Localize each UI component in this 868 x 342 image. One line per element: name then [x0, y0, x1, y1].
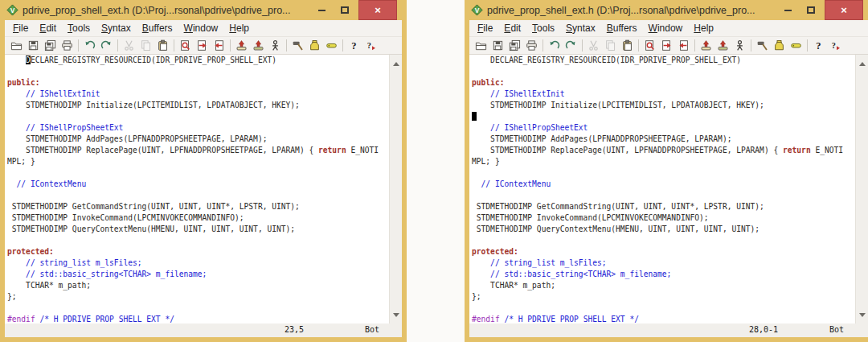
toolbar-open-button[interactable]	[473, 38, 489, 53]
toolbar-paste-button[interactable]	[154, 38, 171, 53]
menu-syntax[interactable]: Syntax	[96, 21, 136, 36]
chevron-down-icon	[859, 313, 866, 317]
code-line	[472, 111, 855, 122]
toolbar-save-all-button[interactable]	[42, 38, 59, 53]
menu-edit[interactable]: Edit	[499, 21, 526, 36]
menu-buffers[interactable]: Buffers	[137, 21, 178, 36]
toolbar-find-prev-button[interactable]	[675, 38, 692, 53]
code-line: protected:	[472, 246, 855, 258]
menu-help[interactable]: Help	[689, 21, 719, 36]
code-line: MPL; }	[472, 156, 855, 167]
toolbar-cut-button[interactable]	[121, 38, 137, 53]
toolbar-save-session-button[interactable]	[714, 38, 731, 53]
toolbar-cut-button[interactable]	[585, 38, 602, 53]
code-line: // IShellPropSheetExt	[7, 122, 389, 134]
code-segment: MPL; }	[7, 157, 35, 166]
code-segment: return	[783, 146, 811, 155]
toolbar-make-button[interactable]	[754, 38, 771, 53]
close-button[interactable]: ×	[358, 0, 397, 20]
toolbar-help-button[interactable]	[810, 38, 827, 53]
toolbar-redo-button[interactable]	[98, 38, 115, 53]
toolbar-find-help-button[interactable]	[362, 38, 379, 53]
code-segment: STDMETHODIMP QueryContextMenu(HMENU, UIN…	[7, 225, 295, 233]
toolbar-make-button[interactable]	[289, 38, 306, 53]
code-line: STDMETHODIMP InvokeCommand(LPCMINVOKECOM…	[7, 212, 389, 224]
code-area[interactable]: DECLARE_REGISTRY_RESOURCEID(IDR_PDRIVE_P…	[469, 55, 855, 323]
minimize-button[interactable]	[778, 0, 797, 20]
find-next-icon	[196, 39, 208, 52]
toolbar-save-all-button[interactable]	[506, 38, 523, 53]
tag-jump-icon	[790, 39, 802, 52]
menu-syntax[interactable]: Syntax	[561, 21, 600, 36]
toolbar-build-tags-button[interactable]	[771, 38, 788, 53]
toolbar-save-session-button[interactable]	[250, 38, 267, 53]
menu-window[interactable]: Window	[179, 21, 223, 36]
menu-tools[interactable]: Tools	[63, 21, 95, 36]
toolbar-run-script-button[interactable]	[267, 38, 284, 53]
toolbar-help-button[interactable]	[346, 38, 362, 53]
save-session-icon	[717, 39, 729, 52]
window-title: pdrive_prop_shell_ext.h (D:\Proj...rsona…	[487, 5, 774, 16]
toolbar-run-script-button[interactable]	[731, 38, 748, 53]
toolbar-save-button[interactable]	[489, 38, 506, 53]
code-line: // IContextMenu	[7, 179, 389, 190]
print-icon	[61, 39, 73, 52]
find-prev-icon	[678, 39, 690, 52]
titlebar: pdrive_prop_shell_ext.h (D:\Proj...rsona…	[469, 0, 868, 20]
code-segment: STDMETHODIMP GetCommandString(UINT, UINT…	[7, 202, 300, 211]
scroll-up-button[interactable]	[856, 58, 868, 69]
toolbar-load-session-button[interactable]	[233, 38, 250, 53]
toolbar-save-button[interactable]	[25, 38, 42, 53]
toolbar-find-prev-button[interactable]	[211, 38, 227, 53]
toolbar-find-help-button[interactable]	[827, 38, 844, 53]
menu-file[interactable]: File	[8, 21, 33, 36]
scrollbar[interactable]	[855, 55, 868, 323]
toolbar-build-tags-button[interactable]	[306, 38, 323, 53]
toolbar-separator	[230, 39, 231, 52]
toolbar-print-button[interactable]	[59, 38, 76, 53]
toolbar-find-button[interactable]	[177, 38, 194, 53]
code-segment: E_NOTI	[811, 146, 843, 155]
menu-file[interactable]: File	[473, 21, 497, 36]
code-line: // std::basic_string<TCHAR> m_filename;	[7, 269, 389, 280]
code-area[interactable]: DECLARE_REGISTRY_RESOURCEID(IDR_PDRIVE_P…	[5, 55, 389, 323]
code-line: STDMETHODIMP QueryContextMenu(HMENU, UIN…	[7, 224, 389, 235]
scroll-down-button[interactable]	[390, 309, 402, 320]
toolbar-find-button[interactable]	[641, 38, 658, 53]
maximize-button[interactable]	[335, 0, 354, 20]
minimize-button[interactable]	[312, 0, 331, 20]
scroll-up-button[interactable]	[390, 58, 402, 69]
code-line: };	[7, 291, 389, 303]
menu-help[interactable]: Help	[224, 21, 254, 36]
toolbar-find-next-button[interactable]	[658, 38, 675, 53]
toolbar-copy-button[interactable]	[602, 38, 619, 53]
code-segment: DECLARE_REGISTRY_RESOURCEID(IDR_PDRIVE_P…	[472, 56, 741, 64]
toolbar-undo-button[interactable]	[546, 38, 563, 53]
code-segment: // string_list m_lsFiles;	[472, 258, 607, 267]
scroll-down-button[interactable]	[856, 309, 868, 320]
menu-tools[interactable]: Tools	[527, 21, 559, 36]
toolbar-tag-jump-button[interactable]	[323, 38, 340, 53]
toolbar-undo-button[interactable]	[81, 38, 98, 53]
toolbar-open-button[interactable]	[8, 38, 25, 53]
toolbar-find-next-button[interactable]	[194, 38, 211, 53]
scrollbar[interactable]	[389, 55, 402, 323]
toolbar-copy-button[interactable]	[137, 38, 154, 53]
code-line: TCHAR* m_path;	[472, 280, 855, 291]
load-session-icon	[235, 39, 248, 52]
toolbar-print-button[interactable]	[523, 38, 540, 53]
toolbar-redo-button[interactable]	[563, 38, 579, 53]
code-segment: #endif	[7, 315, 35, 323]
menu-window[interactable]: Window	[644, 21, 688, 36]
help-icon	[813, 39, 825, 52]
menu-buffers[interactable]: Buffers	[602, 21, 642, 36]
code-segment: TCHAR* m_path;	[7, 281, 91, 290]
maximize-button[interactable]	[801, 0, 821, 20]
menu-edit[interactable]: Edit	[35, 21, 61, 36]
toolbar-tag-jump-button[interactable]	[788, 38, 805, 53]
toolbar-load-session-button[interactable]	[698, 38, 714, 53]
status-bar: 28,0-1 Bot	[469, 323, 868, 337]
close-button[interactable]: ×	[825, 0, 863, 20]
toolbar-paste-button[interactable]	[619, 38, 636, 53]
toolbar-separator	[342, 39, 343, 52]
